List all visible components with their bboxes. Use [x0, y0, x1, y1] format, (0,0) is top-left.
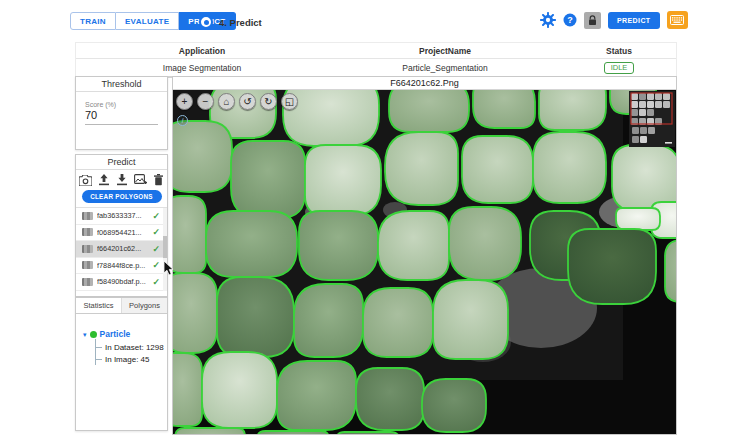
- upload-icon[interactable]: [98, 174, 110, 186]
- threshold-panel-title: Threshold: [76, 77, 167, 92]
- stats-tab-bar: Statistics Polygons: [76, 298, 167, 314]
- threshold-panel: Threshold Score (%) 70: [75, 76, 168, 150]
- file-list-item[interactable]: fab3633337... ✓: [76, 208, 167, 225]
- step-radio-label: 4. Predict: [219, 17, 262, 28]
- lock-button[interactable]: [584, 12, 601, 29]
- column-header-application: Application: [76, 43, 328, 59]
- tab-statistics[interactable]: Statistics: [76, 298, 122, 313]
- checkmark-icon: ✓: [152, 260, 160, 270]
- file-name: fab3633337...: [97, 211, 148, 220]
- tree-expander-icon[interactable]: ▾: [83, 331, 87, 338]
- scrollbar-thumb[interactable]: [163, 236, 167, 258]
- settings-icon[interactable]: [540, 12, 556, 28]
- score-input-underline: [85, 124, 158, 125]
- file-name: f58490bdaf.p...: [97, 277, 148, 286]
- step-radio-row: 4. Predict: [199, 15, 262, 29]
- statistics-panel: Statistics Polygons ▾ Particle In Datase…: [75, 297, 168, 431]
- info-icon[interactable]: i: [177, 115, 188, 126]
- fullscreen-button[interactable]: ◱: [281, 93, 298, 110]
- tab-evaluate[interactable]: EVALUATE: [116, 12, 179, 30]
- zoom-out-button[interactable]: −: [197, 93, 214, 110]
- rotate-left-button[interactable]: ↺: [239, 93, 256, 110]
- checkmark-icon: ✓: [152, 227, 160, 237]
- camera-icon[interactable]: [79, 175, 92, 186]
- project-table: Application ProjectName Status Image Seg…: [75, 42, 677, 78]
- class-tree: ▾ Particle In Dataset: 1298 In Image: 45: [76, 314, 167, 365]
- file-thumbnail-icon: [82, 261, 93, 269]
- image-file-list: fab3633337... ✓ f068954421... ✓ f664201c…: [76, 207, 167, 291]
- class-color-dot: [90, 331, 97, 338]
- help-icon[interactable]: ?: [563, 13, 577, 27]
- predict-button[interactable]: PREDICT: [608, 12, 660, 29]
- keyboard-icon[interactable]: [667, 11, 688, 29]
- tree-line: [96, 347, 102, 348]
- checkmark-icon: ✓: [152, 211, 160, 221]
- cell-projectname: Particle_Segmentation: [328, 59, 562, 77]
- radio-dot: [204, 20, 209, 25]
- viewer-controls: + − ⌂ ↺ ↻ ◱: [176, 93, 298, 110]
- viewer-canvas[interactable]: + − ⌂ ↺ ↻ ◱ i: [173, 90, 676, 434]
- file-list-item-selected[interactable]: f664201c62... ✓: [76, 241, 167, 258]
- rotate-right-button[interactable]: ↻: [260, 93, 277, 110]
- score-label: Score (%): [85, 101, 167, 108]
- tab-train[interactable]: TRAIN: [70, 12, 116, 30]
- download-icon[interactable]: [116, 174, 128, 186]
- file-name: f78844f8ce.p...: [97, 261, 148, 270]
- score-input[interactable]: 70: [85, 109, 167, 121]
- step-radio-button[interactable]: [199, 15, 213, 29]
- file-name: f664201c62...: [97, 244, 148, 253]
- checkmark-icon: ✓: [152, 244, 160, 254]
- minimap-navigator[interactable]: [629, 91, 675, 147]
- file-list-item[interactable]: f58490bdaf.p... ✓: [76, 274, 167, 291]
- file-thumbnail-icon: [82, 212, 93, 220]
- file-list-item[interactable]: f068954421... ✓: [76, 225, 167, 242]
- table-header-row: Application ProjectName Status: [76, 43, 676, 59]
- application-window: TRAIN EVALUATE PREDICT 4. Predict: [0, 0, 743, 442]
- tree-item-dataset-count: In Dataset: 1298: [96, 341, 167, 353]
- svg-text:?: ?: [567, 15, 573, 25]
- image-viewer: F664201c62.Png + − ⌂ ↺ ↻ ◱ i: [172, 76, 677, 435]
- file-name: f068954421...: [97, 228, 148, 237]
- file-list-scrollbar[interactable]: [163, 208, 167, 291]
- column-header-status: Status: [562, 43, 676, 59]
- file-thumbnail-icon: [82, 228, 93, 236]
- predict-toolbar: [76, 170, 167, 189]
- viewer-image-title: F664201c62.Png: [173, 77, 676, 90]
- column-header-projectname: ProjectName: [328, 43, 562, 59]
- segmentation-image[interactable]: [173, 90, 676, 434]
- tree-line: [96, 359, 102, 360]
- file-list-item[interactable]: f78844f8ce.p... ✓: [76, 258, 167, 275]
- predict-panel-title: Predict: [76, 155, 167, 170]
- tree-item-image-count: In Image: 45: [96, 353, 167, 365]
- cell-application: Image Segmentation: [76, 59, 328, 77]
- zoom-in-button[interactable]: +: [176, 93, 193, 110]
- add-image-icon[interactable]: [134, 174, 147, 186]
- home-button[interactable]: ⌂: [218, 93, 235, 110]
- tab-polygons[interactable]: Polygons: [122, 298, 167, 313]
- file-thumbnail-icon: [82, 245, 93, 253]
- delete-icon[interactable]: [153, 174, 164, 186]
- predict-panel: Predict: [75, 154, 168, 297]
- file-thumbnail-icon: [82, 278, 93, 286]
- checkmark-icon: ✓: [152, 277, 160, 287]
- table-row[interactable]: Image Segmentation Particle_Segmentation…: [76, 59, 676, 77]
- topbar-actions: ? PREDICT: [540, 11, 688, 29]
- clear-polygons-button[interactable]: CLEAR POLYGONS: [82, 190, 162, 203]
- status-badge: IDLE: [604, 62, 635, 74]
- class-name[interactable]: Particle: [100, 329, 131, 339]
